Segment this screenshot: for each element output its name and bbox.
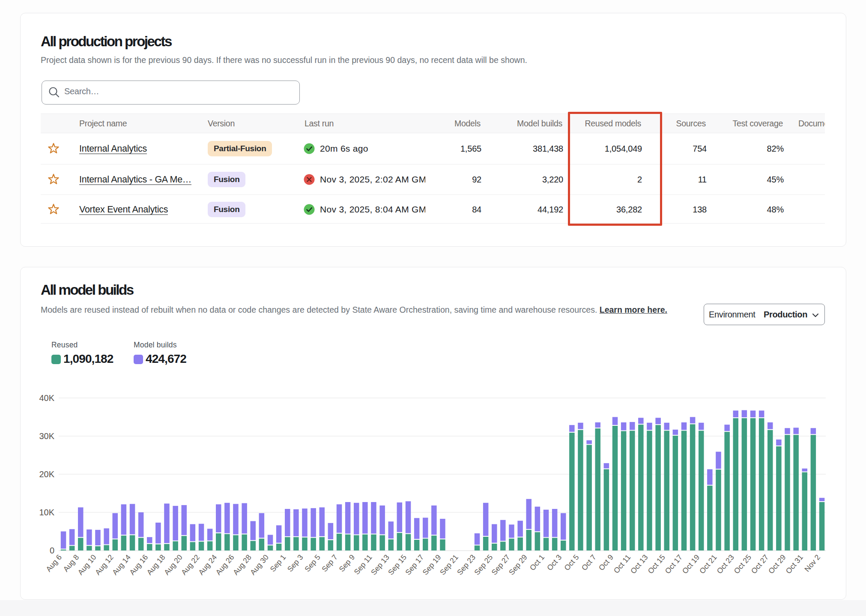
svg-text:Oct 15: Oct 15: [646, 553, 666, 575]
svg-text:Sep 29: Sep 29: [507, 553, 529, 577]
svg-text:Sep 19: Sep 19: [421, 553, 443, 577]
svg-text:10K: 10K: [39, 508, 54, 517]
svg-text:Oct 29: Oct 29: [767, 553, 787, 575]
svg-text:Sep 5: Sep 5: [303, 553, 322, 574]
svg-text:Sep 17: Sep 17: [403, 553, 425, 577]
svg-text:Sep 1: Sep 1: [269, 553, 288, 574]
svg-text:Sep 13: Sep 13: [369, 553, 391, 577]
svg-text:Aug 14: Aug 14: [110, 553, 132, 577]
svg-text:Aug 6: Aug 6: [44, 553, 63, 574]
svg-text:Sep 23: Sep 23: [455, 553, 477, 577]
svg-text:Aug 20: Aug 20: [162, 553, 184, 577]
svg-text:Aug 22: Aug 22: [179, 553, 201, 577]
svg-text:Oct 11: Oct 11: [612, 553, 633, 575]
svg-text:Oct 25: Oct 25: [732, 553, 753, 575]
svg-text:Aug 28: Aug 28: [231, 553, 253, 577]
svg-text:Oct 7: Oct 7: [580, 553, 598, 572]
svg-text:Oct 3: Oct 3: [545, 553, 563, 572]
svg-text:Sep 25: Sep 25: [472, 553, 494, 577]
svg-text:Oct 27: Oct 27: [750, 553, 770, 575]
svg-text:Sep 27: Sep 27: [490, 553, 512, 577]
svg-text:Oct 19: Oct 19: [681, 553, 701, 575]
svg-text:Aug 18: Aug 18: [145, 553, 167, 577]
svg-text:Sep 21: Sep 21: [438, 553, 460, 577]
svg-text:Sep 7: Sep 7: [320, 553, 339, 574]
svg-text:Aug 24: Aug 24: [197, 553, 218, 577]
svg-text:Nov 2: Nov 2: [803, 553, 822, 574]
svg-text:30K: 30K: [39, 431, 54, 441]
svg-text:Aug 16: Aug 16: [128, 553, 149, 577]
svg-text:20K: 20K: [39, 469, 54, 479]
svg-text:Oct 17: Oct 17: [663, 553, 684, 575]
svg-text:Oct 5: Oct 5: [562, 553, 580, 572]
svg-text:Aug 30: Aug 30: [248, 553, 270, 577]
svg-text:Oct 13: Oct 13: [629, 553, 649, 575]
svg-text:Oct 1: Oct 1: [528, 553, 546, 572]
svg-text:0: 0: [50, 546, 54, 555]
svg-text:Sep 15: Sep 15: [386, 553, 408, 577]
svg-text:40K: 40K: [39, 393, 54, 403]
svg-text:Oct 23: Oct 23: [715, 553, 735, 575]
svg-text:Aug 12: Aug 12: [93, 553, 115, 577]
svg-text:Aug 26: Aug 26: [214, 553, 236, 577]
svg-text:Sep 3: Sep 3: [286, 553, 305, 574]
svg-text:Oct 21: Oct 21: [698, 553, 718, 575]
svg-text:Oct 31: Oct 31: [784, 553, 804, 575]
svg-text:Aug 10: Aug 10: [76, 553, 98, 577]
